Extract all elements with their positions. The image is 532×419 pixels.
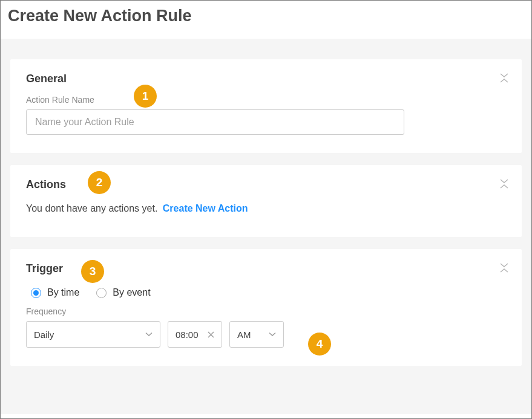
annotation-marker-2: 2 (88, 171, 111, 194)
collapse-toggle-trigger[interactable] (499, 261, 510, 274)
time-input[interactable]: 08:00 (168, 321, 222, 348)
chevron-down-icon (500, 179, 508, 184)
radio-by-event-label: By event (113, 287, 150, 298)
chevron-down-icon (269, 332, 276, 337)
chevron-up-icon (500, 78, 508, 83)
panel-trigger: Trigger By time By event Frequency Daily (10, 249, 522, 366)
time-value: 08:00 (176, 330, 199, 340)
radio-by-time-label: By time (47, 287, 79, 298)
frequency-value: Daily (34, 330, 54, 340)
frequency-label: Frequency (26, 307, 506, 316)
frequency-select[interactable]: Daily (26, 321, 160, 348)
ampm-select[interactable]: AM (229, 321, 284, 348)
collapse-toggle-actions[interactable] (499, 177, 510, 190)
annotation-marker-1: 1 (134, 85, 157, 108)
radio-by-time[interactable]: By time (31, 287, 79, 298)
page-title: Create New Action Rule (1, 1, 531, 39)
chevron-down-icon (500, 73, 508, 78)
panel-general: General Action Rule Name 1 (10, 59, 522, 153)
panel-trigger-title: Trigger (26, 262, 63, 275)
radio-by-event[interactable]: By event (96, 287, 150, 298)
chevron-down-icon (145, 332, 153, 337)
ampm-value: AM (237, 330, 251, 340)
radio-unchecked-icon (96, 288, 107, 298)
actions-empty-text: You dont have any actions yet. (26, 203, 157, 213)
collapse-toggle-general[interactable] (499, 71, 510, 85)
annotation-marker-4: 4 (308, 333, 331, 356)
chevron-down-icon (500, 263, 508, 268)
chevron-up-icon (500, 184, 508, 189)
create-new-action-link[interactable]: Create New Action (163, 203, 248, 213)
close-icon[interactable] (208, 330, 214, 340)
annotation-marker-3: 3 (81, 260, 104, 283)
panel-actions-title: Actions (26, 178, 66, 191)
radio-checked-icon (31, 288, 41, 298)
panel-actions: Actions You dont have any actions yet. C… (10, 165, 522, 237)
action-rule-name-label: Action Rule Name (26, 95, 506, 105)
action-rule-name-input[interactable] (26, 109, 404, 135)
panel-general-title: General (26, 73, 67, 85)
chevron-up-icon (500, 268, 508, 273)
content-area: General Action Rule Name 1 Actions You d… (1, 39, 531, 414)
